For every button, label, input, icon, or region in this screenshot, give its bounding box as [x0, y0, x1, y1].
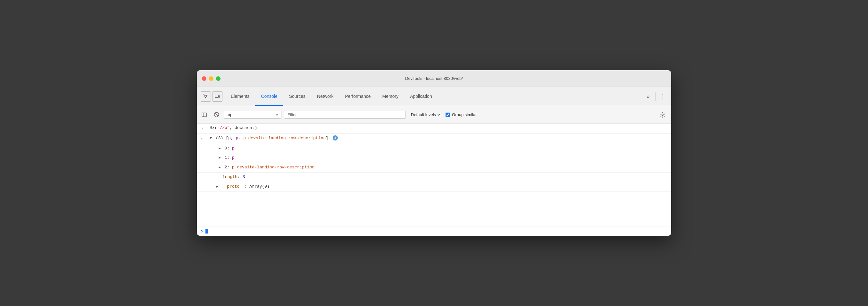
row-content-length: length: 3	[210, 174, 669, 180]
console-row-item-0: ► 0: p	[197, 144, 671, 154]
expand-proto-arrow[interactable]: ►	[216, 185, 218, 189]
tab-network[interactable]: Network	[311, 87, 339, 106]
info-badge[interactable]: i	[333, 135, 338, 140]
svg-rect-1	[219, 95, 220, 98]
tab-elements[interactable]: Elements	[225, 87, 255, 106]
close-button[interactable]	[202, 76, 207, 81]
window-title: DevTools - localhost:8080/web/	[405, 76, 463, 81]
console-prompt[interactable]: >	[197, 226, 671, 236]
row-content-item-2: ► 2: p.devsite-landing-row-description	[212, 164, 669, 171]
tab-console[interactable]: Console	[255, 87, 283, 106]
prompt-symbol: >	[200, 228, 204, 234]
tab-sources[interactable]: Sources	[283, 87, 311, 106]
console-row-proto: ► __proto__: Array(0)	[197, 182, 671, 192]
row-gutter-item-0	[203, 145, 212, 146]
prompt-cursor	[206, 229, 208, 233]
maximize-button[interactable]	[216, 76, 220, 81]
row-content-item-0: ► 0: p	[212, 145, 669, 152]
more-tabs-button[interactable]: »	[644, 94, 653, 100]
row-gutter-output: ‹	[200, 135, 210, 142]
inspect-element-button[interactable]	[200, 91, 211, 102]
console-settings-button[interactable]	[658, 110, 668, 120]
default-levels-button[interactable]: Default levels	[408, 111, 443, 118]
svg-rect-2	[202, 113, 207, 117]
console-row-length: length: 3	[197, 172, 671, 182]
devtools-menu-button[interactable]: ⋮	[658, 92, 668, 101]
row-content-item-1: ► 1: p	[212, 155, 669, 161]
tab-memory[interactable]: Memory	[377, 87, 404, 106]
title-bar: DevTools - localhost:8080/web/	[197, 70, 671, 87]
minimize-button[interactable]	[209, 76, 214, 81]
expand-item-2-arrow[interactable]: ►	[219, 166, 221, 169]
row-content-output-header: ▼ (3) [p, p, p.devsite-landing-row-descr…	[210, 135, 669, 142]
devtools-window: DevTools - localhost:8080/web/ Elements …	[197, 70, 671, 236]
console-row-item-1: ► 1: p	[197, 153, 671, 163]
traffic-lights	[202, 76, 220, 81]
tab-application[interactable]: Application	[404, 87, 438, 106]
row-content-proto: ► __proto__: Array(0)	[210, 184, 669, 190]
console-row-input: › $x("//p", document)	[197, 123, 671, 134]
show-console-sidebar-button[interactable]	[199, 110, 209, 120]
expand-item-0-arrow[interactable]: ►	[219, 146, 221, 150]
svg-point-6	[662, 114, 663, 115]
tab-bar: Elements Console Sources Network Perform…	[197, 87, 671, 106]
console-toolbar: top Default levels Group similar	[197, 106, 671, 123]
group-similar-checkbox[interactable]	[445, 113, 450, 117]
context-selector[interactable]: top	[224, 111, 281, 119]
group-similar-toggle[interactable]: Group similar	[445, 112, 477, 117]
tab-bar-end: » ⋮	[644, 87, 671, 106]
svg-rect-0	[215, 95, 218, 98]
clear-console-button[interactable]	[212, 110, 221, 120]
expand-arrow[interactable]: ▼	[210, 136, 212, 140]
tab-performance[interactable]: Performance	[339, 87, 376, 106]
console-row-item-2: ► 2: p.devsite-landing-row-description	[197, 163, 671, 172]
row-gutter-input: ›	[200, 125, 210, 132]
row-gutter-item-1	[203, 155, 212, 155]
console-row-output-header: ‹ ▼ (3) [p, p, p.devsite-landing-row-des…	[197, 134, 671, 144]
expand-item-1-arrow[interactable]: ►	[219, 156, 221, 160]
device-toolbar-button[interactable]	[212, 91, 222, 102]
row-gutter-item-2	[203, 164, 212, 165]
svg-line-5	[215, 113, 218, 116]
filter-input[interactable]	[284, 111, 406, 119]
row-content-input: $x("//p", document)	[210, 125, 669, 132]
console-output: › $x("//p", document) ‹ ▼ (3) [p, p, p.d…	[197, 123, 671, 226]
row-gutter-length	[200, 174, 210, 174]
row-gutter-proto	[200, 184, 210, 184]
tab-bar-icons	[198, 87, 225, 106]
